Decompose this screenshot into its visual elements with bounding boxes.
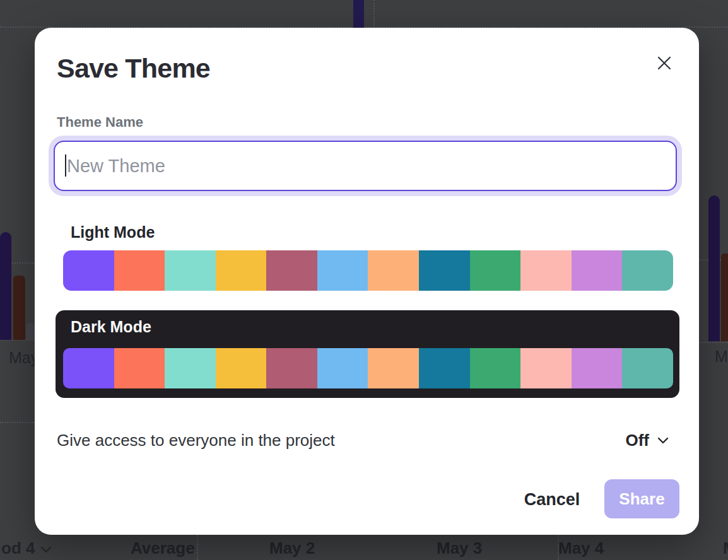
chevron-down-icon (40, 544, 52, 556)
palette-swatch (368, 250, 419, 291)
light-mode-label: Light Mode (71, 223, 155, 242)
dark-mode-preview: Dark Mode (56, 310, 679, 398)
palette-swatch (419, 348, 470, 388)
x-icon (656, 55, 672, 73)
dark-mode-palette (63, 348, 673, 388)
palette-swatch (572, 250, 623, 291)
access-dropdown-value: Off (625, 431, 649, 450)
screen: May Ma od 4 Average May 2 May 3 May 4 M … (0, 0, 728, 560)
period-dropdown-label: od 4 (1, 539, 35, 558)
palette-swatch (622, 250, 673, 291)
share-button[interactable]: Share (604, 479, 679, 518)
palette-swatch (622, 348, 673, 388)
chart-bar (708, 195, 720, 341)
palette-swatch (266, 348, 317, 388)
palette-swatch (520, 348, 572, 388)
palette-swatch (114, 348, 165, 388)
chart-bar (26, 323, 35, 340)
theme-name-field (54, 141, 677, 191)
light-mode-palette (63, 250, 673, 291)
palette-swatch (165, 348, 216, 388)
cancel-button[interactable]: Cancel (514, 490, 590, 509)
close-button[interactable] (652, 51, 677, 76)
palette-swatch (165, 250, 216, 291)
chart-bar (721, 254, 728, 341)
palette-swatch (419, 250, 470, 291)
palette-swatch (470, 250, 521, 291)
gridline-vertical (373, 0, 375, 27)
gridline-vertical (197, 535, 198, 560)
access-dropdown[interactable]: Off (625, 431, 669, 450)
text-caret (65, 155, 66, 177)
palette-swatch (216, 250, 267, 291)
x-axis-label-right: Ma (715, 347, 728, 366)
chart-bar (13, 276, 25, 340)
column-header-average: Average (131, 539, 195, 558)
chart-bar (0, 232, 11, 340)
palette-swatch (317, 250, 368, 291)
palette-swatch (368, 348, 419, 388)
palette-swatch (216, 348, 267, 388)
access-row: Give access to everyone in the project O… (57, 429, 669, 452)
palette-swatch (317, 348, 368, 388)
dark-mode-label: Dark Mode (71, 318, 151, 336)
palette-swatch (520, 250, 572, 291)
palette-swatch (572, 348, 623, 388)
column-header-edge: M (723, 539, 728, 558)
save-theme-modal: Save Theme Theme Name Light Mode Dark Mo… (35, 28, 699, 535)
column-header-may3: May 3 (437, 539, 482, 558)
palette-swatch (63, 348, 114, 388)
modal-title: Save Theme (57, 53, 210, 84)
column-header-may2: May 2 (269, 539, 315, 558)
palette-swatch (470, 348, 521, 388)
theme-name-label: Theme Name (57, 114, 143, 131)
theme-name-input[interactable] (55, 142, 676, 190)
palette-swatch (63, 250, 114, 291)
access-label: Give access to everyone in the project (57, 431, 335, 450)
palette-swatch (266, 250, 317, 291)
gridline-horizontal (0, 422, 35, 423)
column-header-may4: May 4 (558, 539, 604, 558)
chevron-down-icon (657, 437, 669, 444)
chart-bar (353, 0, 364, 28)
axis-baseline-right (698, 342, 728, 343)
palette-swatch (114, 250, 165, 291)
